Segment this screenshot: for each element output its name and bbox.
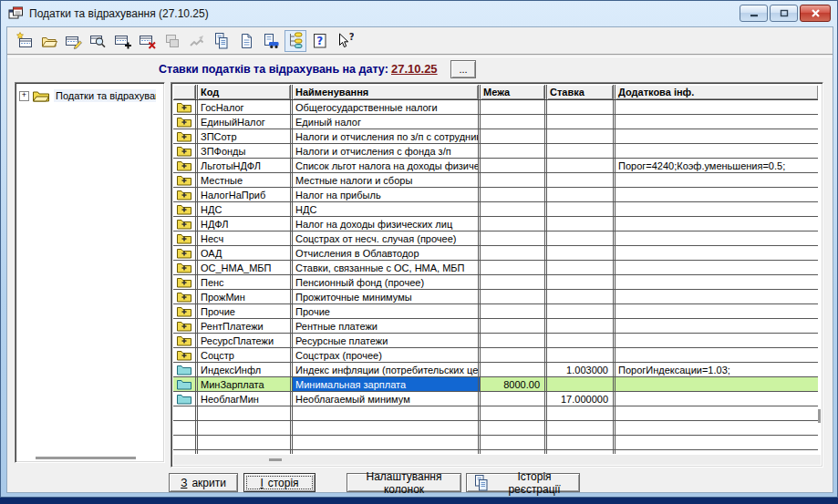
folder-plus-icon: [177, 174, 191, 186]
table-row[interactable]: ЕдиныйНалогЕдиный налог: [173, 115, 818, 129]
folder-plus-icon: [177, 218, 191, 230]
table-row[interactable]: ПрочиеПрочие: [173, 304, 818, 319]
cell-limit: [481, 173, 547, 187]
date-row: Ставки податків та відрахувань на дату: …: [7, 57, 833, 81]
cell-code: НеоблагМин: [198, 392, 293, 406]
folder-plus-icon: [177, 334, 191, 346]
cell-code: ОАД: [198, 246, 293, 260]
cell-info: [616, 144, 818, 158]
cell-name: Прочие: [293, 304, 481, 318]
search-table-icon[interactable]: [88, 30, 109, 52]
cell-code: НДС: [198, 202, 293, 216]
maximize-button[interactable]: [770, 5, 798, 22]
delete-row-icon[interactable]: [137, 30, 159, 52]
table-row[interactable]: НДФЛНалог на доходы физических лиц: [173, 217, 818, 231]
cell-rate: [547, 275, 616, 289]
cell-name: Индекс инфляции (потребительских цен): [293, 363, 481, 376]
empty-row: [173, 436, 818, 450]
cell-rate: [547, 290, 616, 303]
date-browse-button[interactable]: ...: [450, 60, 476, 78]
cell-limit: [481, 100, 547, 114]
grid-panel: КодНайменуванняМежаСтавкаДодаткова інф. …: [171, 82, 823, 468]
table-row[interactable]: ЗПФондыНалоги и отчисления с фонда з/п: [173, 144, 818, 159]
close-dialog-button[interactable]: Закрити: [169, 473, 238, 492]
new-table-icon[interactable]: [14, 30, 36, 52]
table-row[interactable]: МинЗарплатаМинимальная зарплата8000.00: [173, 377, 818, 392]
cell-info: [616, 319, 818, 333]
cell-rate: [547, 246, 616, 260]
tree-view-icon[interactable]: [285, 30, 306, 52]
tree-scrollbar-thumb[interactable]: [36, 457, 136, 459]
table-row[interactable]: НеоблагМинНеоблагаемый минимум17.000000: [173, 392, 818, 406]
cell-code: Местные: [198, 173, 293, 187]
context-help-icon[interactable]: ?: [334, 30, 356, 52]
cell-limit: [481, 144, 547, 158]
table-row[interactable]: НДСНДС: [173, 202, 818, 217]
copy-icon[interactable]: [211, 30, 233, 52]
table-row[interactable]: СоцстрСоцстрах (прочее): [173, 348, 818, 363]
screen: Податки та відрахування (27.10.25): [0, 0, 838, 504]
rates-date-value[interactable]: 27.10.25: [391, 62, 438, 76]
export-icon[interactable]: [260, 30, 282, 52]
cell-limit: [481, 290, 547, 303]
cell-info: [616, 290, 818, 303]
open-folder-icon: [33, 89, 49, 102]
add-row-icon[interactable]: [112, 30, 134, 52]
tree-node-taxes[interactable]: + Податки та відрахування: [19, 89, 156, 102]
cell-name: НДС: [293, 202, 481, 216]
cell-info: Порог=4240;Коэф.уменьшения=0.5;: [616, 159, 818, 172]
column-settings-button[interactable]: Налаштування колонок: [347, 473, 461, 492]
grid-vscroll-thumb[interactable]: [818, 409, 821, 423]
folder-plus-icon: [177, 349, 191, 361]
close-button[interactable]: [800, 5, 831, 22]
open-folder-icon[interactable]: [38, 30, 60, 52]
table-row[interactable]: ПенсПенсионный фонд (прочее): [173, 275, 818, 290]
cell-rate: [547, 202, 616, 216]
cell-rate: [547, 159, 616, 172]
cell-info: ПорогИндексации=1.03;: [616, 363, 818, 376]
window-title: Податки та відрахування (27.10.25): [29, 7, 209, 20]
table-row[interactable]: ОС_НМА_МБПСтавки, связанные с ОС, НМА, М…: [173, 261, 818, 275]
history-button[interactable]: Історія: [243, 473, 316, 492]
cell-rate: [547, 348, 616, 362]
cell-code: Прочие: [198, 304, 293, 318]
table-row[interactable]: ЗПСотрНалоги и отчисления по з/п с сотру…: [173, 129, 818, 144]
minimize-button[interactable]: [740, 5, 768, 22]
registration-history-button[interactable]: Історія реєстрації: [466, 473, 580, 492]
cell-code: ИндексИнфл: [198, 363, 293, 376]
cell-limit: [481, 217, 547, 231]
table-row[interactable]: РентПлатежиРентные платежи: [173, 319, 818, 334]
table-row[interactable]: НалогНаПрибНалог на прибыль: [173, 188, 818, 202]
window-controls: [740, 5, 831, 22]
titlebar[interactable]: Податки та відрахування (27.10.25): [1, 1, 837, 26]
column-header: Межа: [481, 85, 547, 99]
rates-date-label: Ставки податків та відрахувань на дату:: [159, 63, 388, 76]
table-row[interactable]: ПрожМинПрожиточные минимумы: [173, 290, 818, 304]
table-row[interactable]: РесурсПлатежиРесурсные платежи: [173, 334, 818, 348]
cell-rate: [547, 304, 616, 318]
table-row[interactable]: ГосНалогОбщегосударственные налоги: [173, 100, 818, 115]
cell-name: Налог на доходы физических лиц: [293, 217, 481, 231]
table-row[interactable]: НесчСоцстрах от несч. случая (прочее): [173, 231, 818, 246]
edit-table-icon[interactable]: [63, 30, 85, 52]
report-icon[interactable]: [235, 30, 257, 52]
cell-rate: [547, 231, 616, 245]
cell-code: Пенс: [198, 275, 293, 289]
cell-rate: [547, 217, 616, 231]
grid-horizontal-scrollbar[interactable]: [173, 455, 821, 465]
grid-hscroll-thumb[interactable]: [269, 458, 282, 461]
table-row[interactable]: ОАДОтчисления в Облавтодор: [173, 246, 818, 261]
help-icon[interactable]: ?: [309, 30, 331, 52]
expand-icon[interactable]: +: [19, 91, 29, 101]
cell-limit: [481, 202, 547, 216]
maximize-icon: [780, 9, 789, 17]
table-row[interactable]: ИндексИнфлИндекс инфляции (потребительск…: [173, 363, 818, 377]
cell-rate: [547, 188, 616, 201]
cell-rate: [547, 261, 616, 274]
cell-info: [616, 246, 818, 260]
column-header: Найменування: [293, 85, 481, 99]
cell-code: ГосНалог: [198, 100, 293, 114]
folder-icon: [177, 364, 191, 375]
table-row[interactable]: ЛьготыНДФЛСписок льгот налога на доходы …: [173, 159, 818, 173]
table-row[interactable]: МестныеМестные налоги и сборы: [173, 173, 818, 188]
